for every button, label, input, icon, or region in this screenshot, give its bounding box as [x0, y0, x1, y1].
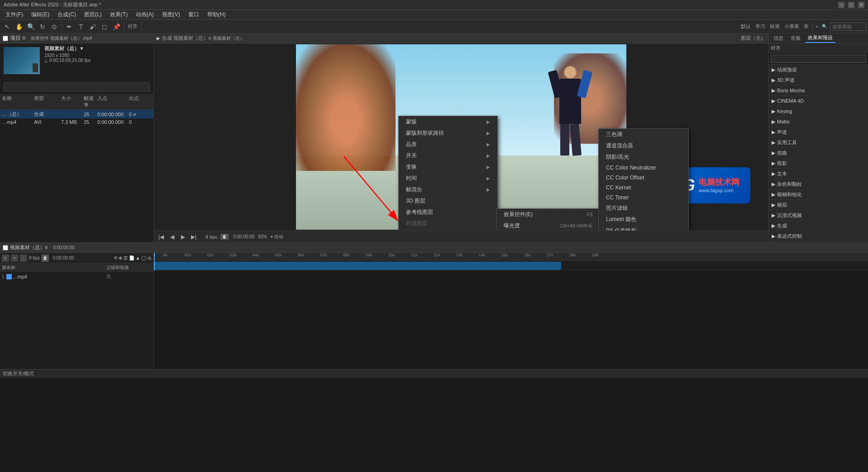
menu-window[interactable]: 窗口: [185, 10, 203, 19]
status-bar: 切换开关/模式: [0, 369, 868, 378]
menu-file[interactable]: 文件(F): [2, 10, 27, 19]
section-noise-header[interactable]: ▶ 杂色和颗粒: [769, 179, 868, 189]
timeline-ctrl-1[interactable]: ≡: [2, 255, 9, 262]
ctx-markers[interactable]: 标记▶: [399, 229, 497, 231]
ctx-col-cc-neutralizer[interactable]: CC Color Neutralizer: [599, 163, 688, 173]
section-distort-header[interactable]: ▶ 扭曲: [769, 148, 868, 158]
item-0-fps: 25: [84, 112, 97, 117]
project-item-0[interactable]: …（总） 合成 25 0:00:00:000 0 ≠: [0, 110, 153, 118]
section-matte-header[interactable]: ▶ Matte: [769, 117, 868, 127]
section-immersive-header[interactable]: ▶ 沉浸式视频: [769, 210, 868, 220]
tool-hand[interactable]: ✋: [14, 21, 24, 32]
timeline-ctrl-2[interactable]: +: [11, 255, 18, 262]
ctx-eff-controls[interactable]: 效果控件(E)F3: [496, 209, 600, 220]
ctx-frame-blending[interactable]: 帧混合▶: [399, 184, 497, 195]
section-noise-grain: ▶ 杂色和颗粒: [769, 179, 868, 189]
toolbar-sep-2: [124, 22, 124, 31]
effects-panel: ▶ 动画预设 ▶ 3D 声道 ▶ Boris Mocha ▶ CIN: [769, 65, 868, 242]
item-1-out: 0: [129, 119, 152, 125]
playback-play-btn[interactable]: ▶: [178, 232, 187, 241]
cinema-section-label: CINEMA 4D: [777, 98, 804, 104]
effects-search-input[interactable]: [771, 55, 866, 63]
ctx-3d-layer[interactable]: 3D 图层: [399, 195, 497, 207]
section-animation-header[interactable]: ▶ 动画预设: [769, 65, 868, 75]
section-keying-header[interactable]: ▶ Keying: [769, 106, 868, 116]
ctx-mask-paths[interactable]: 蒙版和形状路径▶: [399, 127, 497, 139]
tool-text[interactable]: T: [76, 21, 86, 32]
tool-orbit[interactable]: ⊙: [49, 21, 60, 32]
timeline-content: ≡ + - 8 bpc 🗑 0:00:00:00 ⟲ ⊕ ☰ 📄 ▲ ◯ ◎ 源…: [0, 253, 868, 369]
item-0-type: 合成: [34, 111, 61, 118]
standard-label: 标准: [768, 23, 782, 30]
playback-start-btn[interactable]: |◀: [157, 232, 166, 241]
menu-view[interactable]: 视图(V): [158, 10, 184, 19]
tool-zoom[interactable]: 🔍: [25, 21, 36, 32]
section-perspective-header[interactable]: ▶ 投影: [769, 158, 868, 168]
tool-pen[interactable]: ✒: [64, 21, 75, 32]
ctx-col-shadow-highlight[interactable]: 阴影/高光: [599, 151, 688, 163]
section-blur-header[interactable]: ▶ 模糊和锐化: [769, 189, 868, 199]
maximize-button[interactable]: □: [848, 2, 854, 8]
ctx-col-lumetri[interactable]: Lumetri 颜色: [599, 214, 688, 225]
ctx-col-channel-mixer[interactable]: 通道混合器: [599, 140, 688, 151]
tool-puppet[interactable]: 📌: [111, 21, 122, 32]
timeline-checkbox[interactable]: [3, 245, 8, 250]
ctx-col-photo-filter[interactable]: 照片滤镜: [599, 203, 688, 214]
tool-paint[interactable]: 🖌: [87, 21, 98, 32]
timeline-trash-btn[interactable]: 🗑: [42, 255, 49, 262]
section-boris-header[interactable]: ▶ Boris Mocha: [769, 85, 868, 95]
timeline-ctrl-3[interactable]: -: [20, 255, 27, 262]
ctx-col-cc-toner[interactable]: CC Toner: [599, 193, 688, 203]
ctx-masks[interactable]: 蒙版▶: [399, 116, 497, 127]
ctx-environment-layer: 环境图层: [399, 218, 497, 229]
search-help-input[interactable]: [830, 23, 866, 31]
ctx-transform[interactable]: 变换▶: [399, 161, 497, 173]
project-panel-header: 项目 ≡ 效果控件 视频素材（总）.mp4: [0, 33, 153, 43]
project-item-1[interactable]: …mp4 AVI 7.3 MB 25 0:00:00:000 0: [0, 118, 153, 126]
layer-row-1[interactable]: 1 …mp4 无: [0, 272, 153, 282]
tool-shape[interactable]: ◻: [99, 21, 110, 32]
ctx-switches[interactable]: 开关▶: [399, 150, 497, 161]
menu-composition[interactable]: 合成(C): [54, 10, 80, 19]
tab-info[interactable]: 信息: [771, 34, 786, 42]
section-channel: ▶ 声道: [769, 127, 868, 137]
project-checkbox[interactable]: [3, 36, 8, 41]
tab-audio[interactable]: 音频: [788, 34, 803, 42]
ctx-col-ps-arbitrary[interactable]: PS 任意映射: [599, 225, 688, 231]
trash-btn[interactable]: 🗑: [220, 234, 229, 240]
section-utility-header[interactable]: ▶ 实用工具: [769, 137, 868, 147]
section-3d-channel-header[interactable]: ▶ 3D 声道: [769, 75, 868, 85]
ctx-guide-layer[interactable]: 参考线图层: [399, 207, 497, 218]
menu-effects[interactable]: 效果(T): [106, 10, 131, 19]
align-tab[interactable]: 对齐: [771, 45, 781, 52]
section-generate-header[interactable]: ▶ 生成: [769, 221, 868, 231]
ctx-col-cc-offset[interactable]: CC Color Offset: [599, 173, 688, 183]
minimize-button[interactable]: ─: [838, 2, 844, 8]
ctx-col-three-way[interactable]: 三色调: [599, 129, 688, 140]
tool-rotate[interactable]: ↻: [37, 21, 48, 32]
ctx-time[interactable]: 时间▶: [399, 173, 497, 184]
ctx-col-cc-kernel[interactable]: CC Kernel: [599, 183, 688, 193]
menu-animation[interactable]: 动画(A): [132, 10, 157, 19]
ctx-eff-exposure[interactable]: 曝光度Ctrl+Alt+Shift+E: [496, 220, 600, 231]
project-search[interactable]: [4, 82, 150, 91]
learn-label: 学习: [754, 23, 767, 30]
section-obsolete: ▶ 过时: [769, 241, 868, 242]
menu-layer[interactable]: 图层(L): [81, 10, 105, 19]
playback-next-btn[interactable]: ▶|: [189, 232, 198, 241]
close-button[interactable]: ✕: [858, 2, 864, 8]
section-simulate-header[interactable]: ▶ 模拟: [769, 200, 868, 210]
section-cinema4d-header[interactable]: ▶ CINEMA 4D: [769, 96, 868, 106]
layer-clip: [154, 262, 561, 270]
tool-select[interactable]: ↖: [2, 21, 13, 32]
ctx-quality[interactable]: 品质▶: [399, 139, 497, 150]
person-head: [564, 66, 577, 79]
menu-help[interactable]: 帮助(H): [204, 10, 229, 19]
menu-edit[interactable]: 编辑(E): [28, 10, 53, 19]
section-channel-header[interactable]: ▶ 声道: [769, 127, 868, 137]
playback-prev-btn[interactable]: ◀: [167, 232, 176, 241]
section-obsolete-header[interactable]: ▶ 过时: [769, 241, 868, 242]
section-expr-header[interactable]: ▶ 表达式控制: [769, 231, 868, 241]
section-text-header[interactable]: ▶ 文本: [769, 169, 868, 179]
tab-effects-presets[interactable]: 效果和预设: [805, 33, 835, 43]
